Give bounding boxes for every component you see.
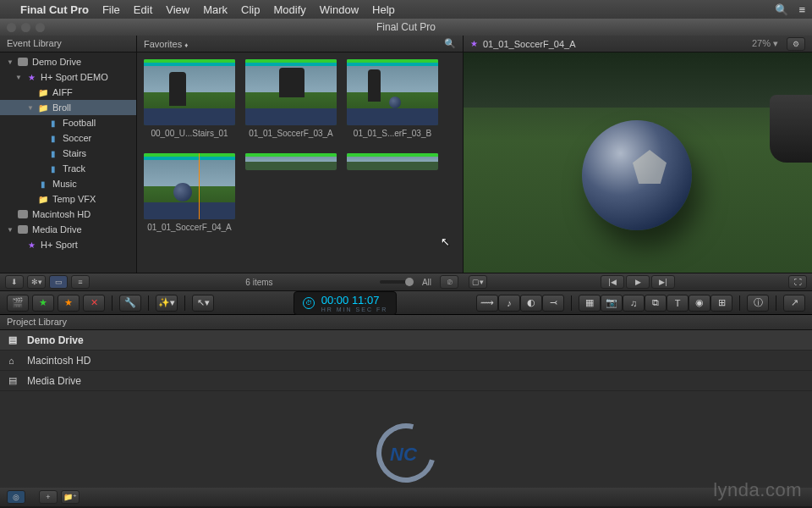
- timecode-display[interactable]: ⏱ 00:00 11:07 HR MIN SEC FR: [294, 291, 398, 315]
- list-view-button[interactable]: ≡: [71, 275, 90, 289]
- arrow-tool-button[interactable]: ↖▾: [192, 295, 214, 312]
- play-button[interactable]: ▶: [626, 275, 650, 289]
- clip-browser: Favorites ♦ 🔍 00_00_U...Stairs_0101_01_S…: [137, 36, 464, 273]
- viewer-content-ball: [582, 120, 692, 230]
- minimize-window-button[interactable]: [21, 23, 30, 32]
- tree-item-soccer[interactable]: ▮Soccer: [0, 130, 136, 146]
- unrate-button[interactable]: ★: [58, 295, 80, 312]
- music-browser-button[interactable]: ♫: [623, 295, 645, 312]
- clip-item[interactable]: [245, 153, 337, 232]
- event-library-sidebar: Event Library ▼Demo Drive▼★H+ Sport DEMO…: [0, 36, 137, 273]
- window-title: Final Cut Pro: [376, 21, 436, 33]
- audio-skimming-button[interactable]: ♪: [498, 295, 520, 312]
- app-menu[interactable]: Final Cut Pro: [20, 3, 89, 16]
- generators-browser-button[interactable]: ◉: [689, 295, 710, 312]
- viewer-clip-name: 01_01_SoccerF_04_A: [483, 39, 575, 49]
- tree-item-broll[interactable]: ▼📁Broll: [0, 100, 136, 115]
- clip-appearance-button[interactable]: ⎚: [440, 275, 458, 289]
- menu-modify[interactable]: Modify: [274, 3, 306, 16]
- inspector-button[interactable]: ⓘ: [747, 295, 769, 312]
- menubar-list-icon[interactable]: ≡: [798, 3, 805, 16]
- timeline-index-button[interactable]: ◎: [7, 490, 25, 504]
- keyword-editor-button[interactable]: 🔧: [119, 295, 141, 312]
- watermark-logo: NC: [376, 423, 436, 483]
- clip-item[interactable]: 01_01_SoccerF_03_A: [245, 59, 337, 138]
- tree-item-demo-drive[interactable]: ▼Demo Drive: [0, 54, 136, 69]
- clip-item[interactable]: 00_00_U...Stairs_01: [144, 59, 235, 138]
- skimming-button[interactable]: ⟿: [476, 295, 498, 312]
- viewer-canvas[interactable]: [464, 52, 812, 273]
- library-toggle-button[interactable]: 🎬: [7, 295, 29, 312]
- tree-item-h-sport-demo[interactable]: ▼★H+ Sport DEMO: [0, 69, 136, 85]
- favorite-star-icon: ★: [470, 39, 478, 48]
- project-library-header: Project Library: [0, 315, 812, 330]
- main-toolbar: 🎬 ★ ★ ✕ 🔧 ✨▾ ↖▾ ⏱ 00:00 11:07 HR MIN SEC…: [0, 291, 812, 315]
- search-icon[interactable]: 🔍: [444, 38, 456, 49]
- menu-edit[interactable]: Edit: [134, 3, 152, 16]
- tree-item-aiff[interactable]: 📁AIFF: [0, 85, 136, 100]
- tree-item-media-drive[interactable]: ▼Media Drive: [0, 222, 136, 237]
- project-row-demo-drive[interactable]: ▤Demo Drive: [0, 330, 812, 351]
- fullscreen-button[interactable]: ⛶: [788, 275, 807, 289]
- favorite-button[interactable]: ★: [32, 295, 54, 312]
- clips-grid: 00_00_U...Stairs_0101_01_SoccerF_03_A01_…: [144, 59, 456, 232]
- project-row-media-drive[interactable]: ▤Media Drive: [0, 371, 812, 391]
- viewer-content-foot: [770, 95, 812, 163]
- menu-file[interactable]: File: [102, 3, 120, 16]
- timecode-icon: ⏱: [303, 297, 315, 309]
- new-project-button[interactable]: +: [39, 490, 58, 504]
- enhance-button[interactable]: ✨▾: [156, 295, 178, 312]
- menu-mark[interactable]: Mark: [203, 3, 228, 16]
- all-filter-label[interactable]: All: [417, 278, 436, 287]
- spotlight-icon[interactable]: 🔍: [775, 3, 788, 16]
- tree-item-h-sport[interactable]: ★H+ Sport: [0, 237, 136, 252]
- next-edit-button[interactable]: ▶|: [651, 275, 675, 289]
- clip-item[interactable]: [347, 153, 438, 232]
- menu-view[interactable]: View: [166, 3, 189, 16]
- photos-browser-button[interactable]: 📷: [601, 295, 623, 312]
- titles-browser-button[interactable]: T: [667, 295, 689, 312]
- thumbnail-size-slider[interactable]: [380, 280, 414, 284]
- tree-item-football[interactable]: ▮Football: [0, 115, 136, 130]
- clip-item[interactable]: 01_01_S...erF_03_B: [347, 59, 438, 138]
- close-window-button[interactable]: [7, 23, 16, 32]
- settings-gear-button[interactable]: ✻▾: [27, 275, 46, 289]
- filmstrip-view-button[interactable]: ▭: [49, 275, 68, 289]
- tree-item-temp-vfx[interactable]: 📁Temp VFX: [0, 191, 136, 207]
- event-library-header: Event Library: [0, 36, 136, 52]
- tree-item-stairs[interactable]: ▮Stairs: [0, 146, 136, 161]
- project-row-macintosh-hd[interactable]: ⌂Macintosh HD: [0, 351, 812, 371]
- item-count-label: 6 items: [240, 278, 277, 287]
- bottom-toolbar: ◎ + 📁⁺: [0, 488, 812, 506]
- tree-item-music[interactable]: ▮Music: [0, 176, 136, 191]
- transitions-browser-button[interactable]: ⧉: [645, 295, 667, 312]
- viewer-settings-icon[interactable]: ⚙: [787, 37, 805, 51]
- viewer-zoom-dropdown[interactable]: 27% ▾: [752, 38, 778, 49]
- window-titlebar: Final Cut Pro: [0, 19, 812, 36]
- tree-item-track[interactable]: ▮Track: [0, 161, 136, 176]
- new-folder-button[interactable]: 📁⁺: [61, 490, 80, 504]
- themes-browser-button[interactable]: ⊞: [710, 295, 732, 312]
- macos-menubar: Final Cut Pro File Edit View Mark Clip M…: [0, 0, 812, 19]
- clip-item[interactable]: 01_01_SoccerF_04_A: [144, 153, 235, 232]
- previous-edit-button[interactable]: |◀: [601, 275, 624, 289]
- mouse-cursor: ↖: [441, 235, 450, 248]
- solo-button[interactable]: ◐: [520, 295, 542, 312]
- tree-item-macintosh-hd[interactable]: Macintosh HD: [0, 207, 136, 222]
- effects-browser-button[interactable]: ▦: [579, 295, 601, 312]
- menu-help[interactable]: Help: [372, 3, 395, 16]
- reject-button[interactable]: ✕: [83, 295, 105, 312]
- snapping-button[interactable]: ⤙: [542, 295, 564, 312]
- window-controls[interactable]: [7, 23, 45, 32]
- menu-clip[interactable]: Clip: [241, 3, 260, 16]
- zoom-window-button[interactable]: [36, 23, 45, 32]
- browser-filter-dropdown[interactable]: Favorites ♦: [144, 39, 188, 49]
- watermark-text: lynda.com: [713, 479, 802, 501]
- event-tree[interactable]: ▼Demo Drive▼★H+ Sport DEMO📁AIFF▼📁Broll▮F…: [0, 52, 136, 273]
- import-media-button[interactable]: ⬇: [5, 275, 24, 289]
- viewer-display-options-button[interactable]: ▢▾: [469, 275, 487, 289]
- viewer-panel: ★ 01_01_SoccerF_04_A 27% ▾ ⚙: [464, 36, 812, 273]
- share-button[interactable]: ↗: [783, 295, 805, 312]
- menu-window[interactable]: Window: [320, 3, 359, 16]
